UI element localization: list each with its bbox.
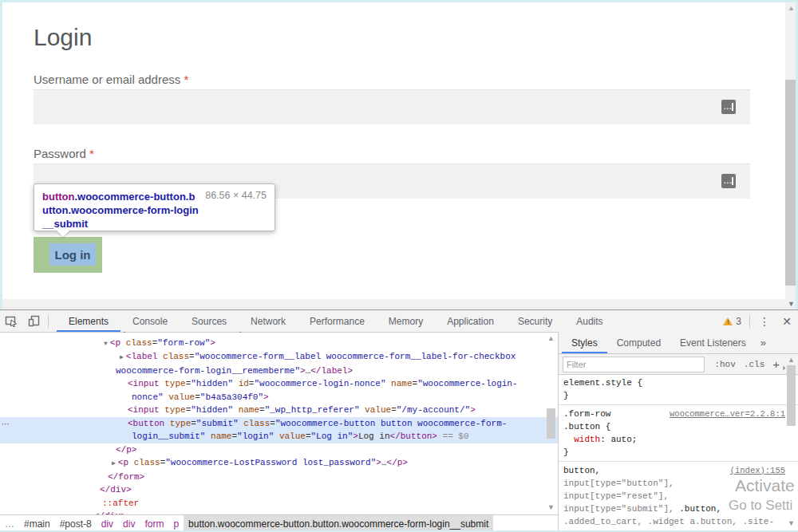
screen: Login Username or email address * ... Pa… xyxy=(0,0,798,532)
device-toolbar-icon[interactable] xyxy=(22,311,45,332)
dom-tree-node[interactable]: ::after xyxy=(0,497,558,510)
devtools-toolbar: ElementsConsoleSourcesNetworkPerformance… xyxy=(0,310,798,333)
styles-sidebar: StylesComputedEvent Listeners» :hov .cls… xyxy=(559,332,798,532)
webpage-viewport: Login Username or email address * ... Pa… xyxy=(0,0,798,309)
window-border xyxy=(0,0,2,309)
sidebar-tab-event-listeners[interactable]: Event Listeners xyxy=(670,332,756,353)
styles-scrollbar-thumb[interactable] xyxy=(787,365,796,426)
css-line[interactable]: .added_to_cart, .widget a.button, .site- xyxy=(563,515,793,528)
dom-tree-node[interactable]: ▶<label class="woocommerce-form__label w… xyxy=(0,350,558,365)
devtools-toolbar-right: ! 3 ⋮ ✕ xyxy=(718,311,798,332)
devtools-panel: ElementsConsoleSourcesNetworkPerformance… xyxy=(0,309,798,532)
styles-rules-list: element.style {}woocommerce…ver=2.2.8:1.… xyxy=(559,374,798,532)
scroll-up-icon[interactable]: ▲ xyxy=(547,335,555,342)
dom-breadcrumbs: …#main#post-8divdivformpbutton.woocommer… xyxy=(0,514,558,532)
devtools-body: ▶<p class="form-row">…</p>▼<p class="for… xyxy=(0,332,798,532)
dom-tree-node[interactable]: </div> xyxy=(0,510,558,514)
dom-tree-node[interactable]: nonce" value="b4a5a304f0"> xyxy=(0,391,558,404)
inspect-tooltip-selector: button.woocommerce-button.b utton.woocom… xyxy=(42,190,210,231)
sidebar-tabs: StylesComputedEvent Listeners» xyxy=(559,332,798,354)
devtools-tab-performance[interactable]: Performance xyxy=(298,310,377,332)
breadcrumb-item[interactable]: #main xyxy=(19,515,55,532)
scroll-down-icon[interactable]: ▼ xyxy=(547,504,555,511)
dom-tree-node[interactable]: </p> xyxy=(0,443,558,457)
devtools-tab-network[interactable]: Network xyxy=(239,310,298,332)
sidebar-tab-computed[interactable]: Computed xyxy=(607,332,670,353)
page-title: Login xyxy=(34,24,92,51)
breadcrumb-item[interactable]: div xyxy=(97,515,118,532)
devtools-tab-audits[interactable]: Audits xyxy=(564,310,614,332)
required-asterisk: * xyxy=(89,147,94,160)
devtools-menu-icon[interactable]: ⋮ xyxy=(753,311,776,332)
css-line[interactable]: width: auto; xyxy=(563,433,793,446)
sidebar-tab-styles[interactable]: Styles xyxy=(562,332,607,353)
css-line[interactable]: input[type="submit"], .button, xyxy=(563,502,793,515)
devtools-tab-memory[interactable]: Memory xyxy=(377,310,435,332)
dom-tree-node[interactable]: <input type="hidden" name="_wp_http_refe… xyxy=(0,404,558,417)
css-line[interactable]: input[type="reset"], xyxy=(563,490,793,502)
warning-icon: ! xyxy=(723,317,733,325)
css-rule: element.style {} xyxy=(559,374,798,405)
inspect-tooltip-dimensions: 86.56 × 44.75 xyxy=(205,190,267,201)
text-caret-overlay-icon[interactable]: ... xyxy=(721,100,736,114)
scroll-down-icon[interactable]: ▼ xyxy=(788,301,795,308)
breadcrumb-item[interactable]: div xyxy=(118,515,140,532)
dom-tree-node[interactable]: <button type="submit" class="woocommerce… xyxy=(0,417,558,431)
toggle-hover-state-button[interactable]: :hov xyxy=(714,360,735,369)
inspect-tooltip: button.woocommerce-button.b utton.woocom… xyxy=(34,183,275,231)
scroll-down-icon[interactable]: ▼ xyxy=(788,520,795,527)
text-caret-overlay-icon[interactable]: ... xyxy=(721,174,736,188)
devtools-tab-elements[interactable]: Elements xyxy=(57,310,120,332)
console-warnings-badge[interactable]: ! 3 xyxy=(718,316,746,327)
tooltip-arrow xyxy=(57,231,69,237)
scroll-up-icon[interactable]: ▲ xyxy=(788,357,795,364)
sidebar-tabs-overflow-icon[interactable]: » xyxy=(756,337,771,349)
dom-tree-node[interactable]: login__submit" name="login" value="Log i… xyxy=(0,430,558,443)
scroll-up-icon[interactable]: ▲ xyxy=(788,5,795,12)
username-input[interactable]: ... xyxy=(34,89,750,124)
breadcrumb-item[interactable]: form xyxy=(140,515,168,532)
dom-tree-node[interactable]: ▼<p class="form-row"> xyxy=(0,337,558,351)
dom-tree-node[interactable]: woocommerce-form-login__rememberme">…</l… xyxy=(0,365,558,378)
dom-tree-node[interactable]: </form> xyxy=(0,471,558,484)
stylesheet-source-link[interactable]: woocommerce…ver=2.2.8:1 xyxy=(670,408,785,420)
devtools-tabs: ElementsConsoleSourcesNetworkPerformance… xyxy=(57,310,615,332)
css-line[interactable]: } xyxy=(563,389,793,402)
devtools-tab-application[interactable]: Application xyxy=(435,310,506,332)
node-actions-icon[interactable]: ⋯ xyxy=(2,418,10,432)
css-line[interactable]: element.style { xyxy=(563,376,793,389)
dom-tree-node[interactable]: <input type="hidden" id="woocommerce-log… xyxy=(0,377,558,391)
toggle-classes-button[interactable]: .cls xyxy=(744,360,764,369)
toolbar-divider xyxy=(48,315,49,328)
tree-scrollbar-thumb[interactable] xyxy=(547,408,555,439)
new-style-rule-button[interactable]: + xyxy=(772,357,780,371)
window-border xyxy=(0,0,798,2)
inspect-element-icon[interactable] xyxy=(0,311,22,332)
breadcrumb-item[interactable]: … xyxy=(0,515,19,532)
css-rule: woocommerce…ver=2.2.8:1.form-row.button … xyxy=(559,405,798,462)
page-scrollbar-thumb[interactable] xyxy=(785,80,796,286)
devtools-tab-console[interactable]: Console xyxy=(120,310,180,332)
devtools-close-icon[interactable]: ✕ xyxy=(776,311,798,332)
username-label: Username or email address * xyxy=(34,73,188,86)
stylesheet-source-link[interactable]: (index):155 xyxy=(730,464,785,477)
login-button[interactable]: Log in xyxy=(34,237,102,273)
password-label: Password * xyxy=(34,147,94,160)
dom-tree-node[interactable]: </div> xyxy=(0,483,558,497)
toolbar-divider xyxy=(749,315,750,328)
breadcrumb-item[interactable]: button.woocommerce-button.button.woocomm… xyxy=(184,515,493,532)
devtools-tab-security[interactable]: Security xyxy=(506,310,564,332)
styles-toolbar: :hov .cls + xyxy=(559,354,798,375)
breadcrumb-item[interactable]: #post-8 xyxy=(55,515,97,532)
breadcrumb-item[interactable]: p xyxy=(168,515,184,532)
styles-filter-input[interactable] xyxy=(563,357,705,372)
login-button-label: Log in xyxy=(49,243,96,266)
css-line[interactable]: .button { xyxy=(563,420,793,433)
elements-panel: ▶<p class="form-row">…</p>▼<p class="for… xyxy=(0,332,559,532)
css-line[interactable]: } xyxy=(563,446,793,459)
css-line[interactable]: input[type="button"], xyxy=(563,477,793,490)
dom-tree: ▶<p class="form-row">…</p>▼<p class="for… xyxy=(0,332,558,514)
required-asterisk: * xyxy=(184,73,188,86)
devtools-tab-sources[interactable]: Sources xyxy=(180,310,239,332)
dom-tree-node[interactable]: ▶<p class="woocommerce-LostPassword lost… xyxy=(0,456,558,471)
